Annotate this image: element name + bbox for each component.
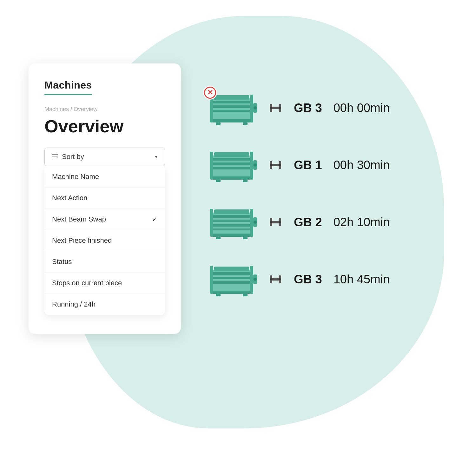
svg-rect-23 bbox=[213, 162, 251, 165]
svg-point-18 bbox=[270, 107, 272, 109]
svg-rect-57 bbox=[213, 272, 251, 275]
svg-point-49 bbox=[254, 221, 257, 224]
breadcrumb: Machines / Overview bbox=[44, 106, 165, 113]
machines-list: ✕ bbox=[206, 89, 390, 298]
svg-rect-7 bbox=[213, 110, 251, 112]
beam-swap-icon-2 bbox=[268, 158, 282, 172]
error-icon: ✕ bbox=[204, 87, 216, 99]
sort-by-dropdown[interactable]: Sort by ▼ bbox=[44, 148, 165, 166]
sort-option-running-24h[interactable]: Running / 24h bbox=[44, 294, 165, 315]
machine-row: GB 3 10h 45min bbox=[206, 260, 390, 298]
sort-option-next-piece-finished[interactable]: Next Piece finished bbox=[44, 230, 165, 251]
svg-rect-12 bbox=[243, 122, 248, 125]
svg-rect-24 bbox=[213, 167, 251, 169]
machine-row: ✕ bbox=[206, 89, 390, 127]
svg-point-31 bbox=[254, 163, 257, 167]
machine-name-4: GB 3 bbox=[294, 273, 322, 286]
svg-point-36 bbox=[279, 164, 281, 166]
svg-rect-45 bbox=[213, 234, 251, 237]
sort-option-next-action[interactable]: Next Action bbox=[44, 188, 165, 209]
machine-illustration-4 bbox=[206, 260, 257, 298]
svg-rect-5 bbox=[213, 101, 251, 103]
svg-point-70 bbox=[270, 278, 272, 280]
sort-option-next-beam-swap[interactable]: Next Beam Swap ✓ bbox=[44, 209, 165, 230]
svg-rect-43 bbox=[210, 209, 213, 237]
machine-time-1: 00h 00min bbox=[334, 101, 390, 115]
sort-option-status[interactable]: Status bbox=[44, 251, 165, 273]
svg-rect-62 bbox=[213, 291, 251, 294]
svg-point-14 bbox=[254, 106, 257, 109]
svg-rect-61 bbox=[250, 266, 253, 294]
selected-check-icon: ✓ bbox=[152, 215, 157, 223]
svg-rect-38 bbox=[214, 209, 249, 214]
svg-rect-56 bbox=[214, 267, 249, 271]
svg-rect-29 bbox=[243, 180, 248, 182]
svg-rect-41 bbox=[213, 224, 251, 227]
machine-time-4: 10h 45min bbox=[334, 273, 390, 286]
sort-arrow-icon: ▼ bbox=[154, 154, 158, 159]
svg-rect-64 bbox=[243, 294, 248, 296]
svg-rect-42 bbox=[213, 228, 251, 230]
machine-name-3: GB 2 bbox=[294, 215, 322, 229]
svg-point-53 bbox=[270, 221, 272, 223]
svg-rect-25 bbox=[210, 152, 213, 180]
machine-row: GB 1 00h 30min bbox=[206, 146, 390, 184]
svg-rect-28 bbox=[216, 180, 221, 182]
svg-rect-10 bbox=[213, 119, 251, 122]
sort-dropdown-menu: Machine Name Next Action Next Beam Swap … bbox=[44, 166, 165, 315]
svg-point-35 bbox=[270, 164, 272, 166]
panel-title: Machines bbox=[44, 79, 92, 95]
svg-rect-26 bbox=[250, 152, 253, 180]
svg-rect-40 bbox=[213, 220, 251, 222]
machine-illustration-3 bbox=[206, 203, 257, 241]
machine-illustration-1: ✕ bbox=[206, 89, 257, 127]
svg-rect-47 bbox=[243, 237, 248, 239]
svg-point-66 bbox=[254, 278, 257, 281]
machine-time-2: 00h 30min bbox=[334, 158, 390, 172]
svg-rect-44 bbox=[250, 209, 253, 237]
overview-heading: Overview bbox=[44, 116, 165, 136]
svg-rect-4 bbox=[214, 95, 249, 100]
sort-icon bbox=[51, 152, 59, 162]
beam-swap-icon-3 bbox=[268, 215, 282, 229]
svg-rect-11 bbox=[216, 122, 221, 125]
svg-rect-6 bbox=[213, 105, 251, 108]
machine-time-3: 02h 10min bbox=[334, 215, 390, 229]
error-badge: ✕ bbox=[203, 86, 217, 100]
machine-row: GB 2 02h 10min bbox=[206, 203, 390, 241]
svg-rect-39 bbox=[213, 215, 251, 218]
panel-card: Machines Machines / Overview Overview So… bbox=[29, 63, 181, 334]
svg-rect-63 bbox=[216, 294, 221, 296]
sort-option-stops-current-piece[interactable]: Stops on current piece bbox=[44, 273, 165, 294]
sort-option-machine-name[interactable]: Machine Name bbox=[44, 166, 165, 188]
machine-name-2: GB 1 bbox=[294, 158, 322, 172]
machine-name-1: GB 3 bbox=[294, 101, 322, 115]
svg-point-19 bbox=[279, 107, 281, 109]
sort-label: Sort by bbox=[62, 153, 151, 161]
svg-rect-21 bbox=[214, 152, 249, 157]
svg-rect-22 bbox=[213, 158, 251, 161]
svg-point-54 bbox=[279, 221, 281, 223]
svg-rect-27 bbox=[213, 176, 251, 180]
svg-rect-58 bbox=[213, 277, 251, 279]
beam-swap-icon-1 bbox=[268, 101, 282, 115]
svg-rect-46 bbox=[216, 237, 221, 239]
svg-point-71 bbox=[279, 278, 281, 280]
svg-rect-9 bbox=[250, 95, 253, 122]
svg-rect-59 bbox=[213, 281, 251, 284]
beam-swap-icon-4 bbox=[268, 272, 282, 286]
svg-rect-60 bbox=[210, 266, 213, 294]
machine-illustration-2 bbox=[206, 146, 257, 184]
